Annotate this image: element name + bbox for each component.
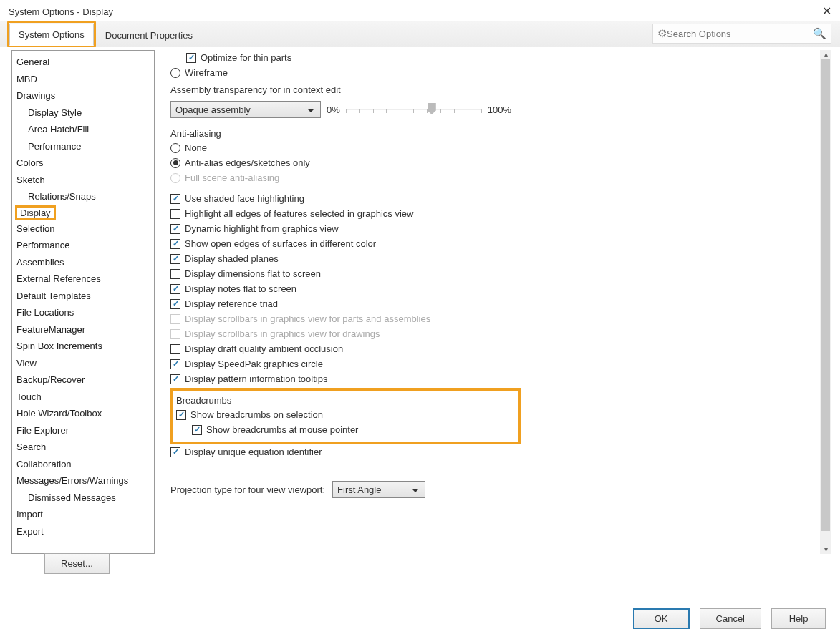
checkbox-icon xyxy=(170,314,180,324)
label-assembly-transparency: Assembly transparency for in context edi… xyxy=(170,82,833,97)
scrollbar[interactable]: ▴ ▾ xyxy=(820,50,831,554)
sidebar-item-messages-errors-warnings[interactable]: Messages/Errors/Warnings xyxy=(12,472,154,489)
tab-system-options[interactable]: System Options xyxy=(9,24,94,46)
sidebar-item-area-hatch-fill[interactable]: Area Hatch/Fill xyxy=(12,121,154,138)
opt-shaded-planes[interactable]: ✓Display shaded planes xyxy=(170,251,833,266)
opt-scroll-drawings: Display scrollbars in graphics view for … xyxy=(170,326,833,341)
category-sidebar[interactable]: GeneralMBDDrawingsDisplay StyleArea Hatc… xyxy=(11,50,155,554)
search-input[interactable] xyxy=(667,29,813,39)
sidebar-item-search[interactable]: Search xyxy=(12,439,154,456)
sidebar-item-mbd[interactable]: MBD xyxy=(12,71,154,88)
opt-scroll-parts: Display scrollbars in graphics view for … xyxy=(170,311,833,326)
sidebar-item-display-style[interactable]: Display Style xyxy=(12,104,154,122)
sidebar-item-collaboration[interactable]: Collaboration xyxy=(12,456,154,473)
sidebar-item-colors[interactable]: Colors xyxy=(12,155,154,172)
window-title: System Options - Display xyxy=(9,6,113,17)
sidebar-item-export[interactable]: Export xyxy=(12,523,154,540)
checkbox-icon[interactable] xyxy=(170,269,180,279)
sidebar-item-default-templates[interactable]: Default Templates xyxy=(12,288,154,305)
sidebar-item-featuremanager[interactable]: FeatureManager xyxy=(12,321,154,338)
breadcrumbs-group: Breadcrumbs ✓Show breadcrumbs on selecti… xyxy=(170,388,521,444)
scroll-up-icon[interactable]: ▴ xyxy=(820,50,831,59)
opt-wireframe[interactable]: Wireframe xyxy=(170,65,833,80)
checkbox-icon[interactable]: ✓ xyxy=(170,284,180,294)
radio-icon xyxy=(170,173,180,183)
label-slider-max: 100% xyxy=(488,104,511,115)
opt-aa-none[interactable]: None xyxy=(170,140,833,155)
checkbox-icon[interactable]: ✓ xyxy=(176,410,186,420)
opt-draft-occlusion[interactable]: Display draft quality ambient occlusion xyxy=(170,341,833,356)
sidebar-item-drawings[interactable]: Drawings xyxy=(12,87,154,104)
opt-notes-flat[interactable]: ✓Display notes flat to screen xyxy=(170,281,833,296)
opt-aa-full: Full scene anti-aliasing xyxy=(170,170,833,185)
checkbox-icon[interactable]: ✓ xyxy=(170,447,180,457)
sidebar-item-file-locations[interactable]: File Locations xyxy=(12,304,154,321)
opt-unique-eq[interactable]: ✓Display unique equation identifier xyxy=(170,444,833,459)
opt-breadcrumbs-on-selection[interactable]: ✓Show breadcrumbs on selection xyxy=(176,407,516,422)
help-button[interactable]: Help xyxy=(771,608,826,629)
sidebar-item-performance[interactable]: Performance xyxy=(12,138,154,155)
checkbox-icon[interactable]: ✓ xyxy=(186,53,196,63)
sidebar-item-dismissed-messages[interactable]: Dismissed Messages xyxy=(12,489,154,507)
sidebar-item-view[interactable]: View xyxy=(12,355,154,372)
tab-document-properties[interactable]: Document Properties xyxy=(96,24,202,46)
sidebar-item-display[interactable]: Display xyxy=(15,205,56,220)
dropdown-assembly-transparency[interactable]: Opaque assembly xyxy=(170,101,321,118)
opt-breadcrumbs-mouse[interactable]: ✓Show breadcrumbs at mouse pointer xyxy=(192,422,516,437)
checkbox-icon[interactable] xyxy=(170,344,180,354)
cancel-button[interactable]: Cancel xyxy=(700,608,761,629)
opt-ref-triad[interactable]: ✓Display reference triad xyxy=(170,296,833,311)
sidebar-item-touch[interactable]: Touch xyxy=(12,389,154,406)
checkbox-icon[interactable]: ✓ xyxy=(192,425,202,435)
sidebar-item-general[interactable]: General xyxy=(12,54,154,71)
close-icon[interactable]: ✕ xyxy=(822,6,831,17)
checkbox-icon[interactable] xyxy=(170,209,180,219)
sidebar-item-external-references[interactable]: External References xyxy=(12,270,154,288)
opt-optimize-thin[interactable]: ✓ Optimize for thin parts xyxy=(186,50,833,65)
radio-icon[interactable] xyxy=(170,143,180,153)
checkbox-icon[interactable]: ✓ xyxy=(170,194,180,204)
radio-icon[interactable] xyxy=(170,158,180,168)
sidebar-item-performance[interactable]: Performance xyxy=(12,237,154,254)
search-box[interactable]: ⚙ 🔍 xyxy=(652,24,831,44)
gear-icon: ⚙ xyxy=(657,27,667,40)
checkbox-icon[interactable]: ✓ xyxy=(170,299,180,309)
checkbox-icon[interactable]: ✓ xyxy=(170,254,180,264)
opt-highlight-all-edges[interactable]: Highlight all edges of features selected… xyxy=(170,206,833,221)
checkbox-icon[interactable]: ✓ xyxy=(170,239,180,249)
scroll-thumb[interactable] xyxy=(821,59,830,531)
reset-button[interactable]: Reset... xyxy=(44,553,110,574)
opt-open-edges[interactable]: ✓Show open edges of surfaces in differen… xyxy=(170,236,833,251)
radio-icon[interactable] xyxy=(170,68,180,78)
opt-aa-edges[interactable]: Anti-alias edges/sketches only xyxy=(170,155,833,170)
sidebar-item-import[interactable]: Import xyxy=(12,506,154,523)
dropdown-projection-type[interactable]: First Angle xyxy=(332,481,425,498)
label-anti-aliasing: Anti-aliasing xyxy=(170,125,833,140)
sidebar-item-file-explorer[interactable]: File Explorer xyxy=(12,422,154,439)
sidebar-item-backup-recover[interactable]: Backup/Recover xyxy=(12,371,154,389)
sidebar-item-relations-snaps[interactable]: Relations/Snaps xyxy=(12,188,154,205)
ok-button[interactable]: OK xyxy=(633,608,690,629)
opt-dynamic-highlight[interactable]: ✓Dynamic highlight from graphics view xyxy=(170,221,833,236)
checkbox-icon[interactable]: ✓ xyxy=(170,374,180,384)
sidebar-item-spin-box-increments[interactable]: Spin Box Increments xyxy=(12,338,154,355)
transparency-slider[interactable] xyxy=(346,102,482,117)
opt-shaded-face[interactable]: ✓Use shaded face highlighting xyxy=(170,191,833,206)
checkbox-icon xyxy=(170,329,180,339)
search-icon[interactable]: 🔍 xyxy=(813,27,826,40)
opt-pattern-tooltips[interactable]: ✓Display pattern information tooltips xyxy=(170,371,833,386)
label-slider-min: 0% xyxy=(327,104,340,115)
checkbox-icon[interactable]: ✓ xyxy=(170,224,180,234)
opt-dims-flat[interactable]: Display dimensions flat to screen xyxy=(170,266,833,281)
sidebar-item-sketch[interactable]: Sketch xyxy=(12,172,154,189)
sidebar-item-hole-wizard-toolbox[interactable]: Hole Wizard/Toolbox xyxy=(12,405,154,422)
sidebar-item-assemblies[interactable]: Assemblies xyxy=(12,254,154,271)
checkbox-icon[interactable]: ✓ xyxy=(170,359,180,369)
scroll-down-icon[interactable]: ▾ xyxy=(820,545,831,554)
label-breadcrumbs: Breadcrumbs xyxy=(176,392,516,407)
opt-speedpak[interactable]: ✓Display SpeedPak graphics circle xyxy=(170,356,833,371)
sidebar-item-selection[interactable]: Selection xyxy=(12,220,154,238)
label-projection-type: Projection type for four view viewport: xyxy=(170,484,325,495)
